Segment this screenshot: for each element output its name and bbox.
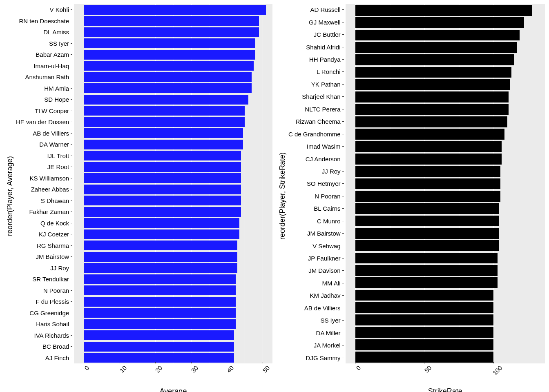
ylabel-left: reorder(Player, Average) bbox=[4, 4, 16, 388]
bar bbox=[355, 17, 524, 28]
bar bbox=[84, 241, 237, 250]
bar bbox=[84, 319, 236, 329]
x-tick-label: 100 bbox=[491, 364, 504, 376]
bar bbox=[355, 67, 511, 78]
x-ticks-left: 01020304050 bbox=[74, 363, 272, 376]
plot-panel-left bbox=[74, 4, 272, 363]
bar bbox=[84, 38, 255, 48]
bar bbox=[355, 314, 493, 325]
bar bbox=[355, 79, 510, 90]
y-category-label: SO Hetmyer bbox=[307, 178, 344, 189]
y-category-label: JP Faulkner bbox=[308, 253, 344, 264]
x-tick-label: 0 bbox=[83, 364, 91, 372]
bar bbox=[355, 30, 520, 41]
y-category-label: Sharjeel Khan bbox=[302, 91, 344, 102]
y-category-label: Haris Sohail bbox=[36, 318, 72, 330]
bar bbox=[355, 339, 493, 350]
y-category-label: DJG Sammy bbox=[306, 352, 344, 363]
y-category-label: Anshuman Rath bbox=[25, 71, 73, 83]
y-category-label: Imam-ul-Haq bbox=[33, 60, 72, 72]
bar bbox=[84, 83, 252, 93]
y-category-label: JA Morkel bbox=[314, 340, 344, 351]
y-category-label: SR Tendulkar bbox=[32, 274, 72, 285]
bar bbox=[355, 265, 498, 276]
bar bbox=[355, 141, 502, 152]
y-category-label: JC Buttler bbox=[314, 29, 344, 40]
bar bbox=[355, 302, 493, 313]
y-category-label: KS Williamson bbox=[29, 173, 72, 184]
plot-panel-right bbox=[346, 4, 545, 363]
y-category-label: Imad Wasim bbox=[307, 141, 344, 152]
y-category-label: Babar Azam bbox=[36, 49, 72, 60]
y-category-label: V Sehwag bbox=[312, 240, 344, 252]
y-category-label: S Dhawan bbox=[41, 195, 72, 207]
y-category-label: JJ Roy bbox=[50, 263, 72, 274]
y-category-label: CG Greenidge bbox=[29, 307, 72, 319]
x-tick-label: 10 bbox=[118, 364, 128, 374]
bar bbox=[355, 129, 504, 140]
bar bbox=[84, 140, 243, 149]
y-category-label: IJL Trott bbox=[47, 150, 72, 162]
y-category-label: HM Amla bbox=[44, 83, 72, 94]
bar bbox=[84, 263, 237, 273]
x-tick-label: 50 bbox=[261, 364, 271, 374]
y-category-label: JM Bairstow bbox=[307, 228, 344, 239]
bar bbox=[355, 352, 493, 363]
y-category-labels-right: AD RussellGJ MaxwellJC ButtlerShahid Afr… bbox=[288, 4, 346, 363]
y-category-label: N Pooran bbox=[315, 191, 344, 202]
x-ticks-right: 050100 bbox=[346, 363, 545, 376]
bar bbox=[355, 5, 532, 16]
bar bbox=[355, 327, 493, 338]
bar bbox=[355, 253, 498, 264]
bar bbox=[84, 95, 248, 105]
x-tick-label: 50 bbox=[423, 364, 433, 374]
bar bbox=[84, 50, 255, 60]
y-category-label: AB de Villiers bbox=[33, 128, 72, 139]
bar bbox=[84, 207, 241, 217]
bar bbox=[355, 54, 514, 65]
bar bbox=[84, 128, 243, 138]
bar bbox=[355, 203, 499, 214]
y-category-label: Rizwan Cheema bbox=[296, 116, 344, 127]
bar bbox=[84, 61, 253, 71]
bar bbox=[84, 151, 241, 160]
y-category-label: KJ Coetzer bbox=[39, 229, 72, 240]
bar bbox=[84, 72, 252, 82]
bar bbox=[355, 154, 502, 165]
bar bbox=[84, 27, 259, 37]
y-category-label: AJ Finch bbox=[45, 352, 72, 364]
bar bbox=[355, 116, 507, 127]
y-category-label: RG Sharma bbox=[37, 240, 72, 252]
y-category-label: IVA Richards bbox=[34, 330, 72, 341]
y-category-label: V Kohli bbox=[50, 4, 73, 16]
bar bbox=[355, 277, 498, 288]
y-category-label: DA Warner bbox=[39, 139, 72, 150]
y-category-label: JJ Roy bbox=[322, 166, 344, 177]
y-category-label: CJ Anderson bbox=[306, 153, 344, 165]
bar bbox=[84, 229, 239, 239]
xlabel-right: StrikeRate bbox=[346, 387, 545, 392]
y-category-label: AB de Villiers bbox=[304, 303, 344, 314]
bar bbox=[84, 274, 236, 284]
y-category-label: TLW Cooper bbox=[35, 105, 72, 117]
y-category-label: Zaheer Abbas bbox=[31, 184, 72, 195]
x-tick-label: 0 bbox=[355, 364, 362, 372]
bar bbox=[355, 290, 493, 301]
y-category-label: N Pooran bbox=[43, 285, 72, 296]
bar bbox=[84, 252, 237, 262]
bar bbox=[84, 5, 266, 15]
bar bbox=[84, 218, 239, 228]
y-category-label: KM Jadhav bbox=[310, 290, 344, 301]
bar bbox=[84, 342, 234, 352]
y-category-label: HE van der Dussen bbox=[16, 116, 72, 128]
chart-average: reorder(Player, Average) V KohliRN ten D… bbox=[4, 4, 272, 388]
bar bbox=[355, 104, 509, 115]
y-category-label: C de Grandhomme bbox=[288, 128, 344, 140]
y-category-label: HH Pandya bbox=[309, 54, 344, 65]
y-category-label: Q de Kock bbox=[40, 218, 72, 229]
y-category-label: Fakhar Zaman bbox=[29, 206, 73, 218]
bar bbox=[84, 308, 236, 318]
bar bbox=[84, 297, 236, 307]
y-category-label: SS Iyer bbox=[320, 315, 344, 326]
y-category-label: MM Ali bbox=[322, 278, 344, 289]
